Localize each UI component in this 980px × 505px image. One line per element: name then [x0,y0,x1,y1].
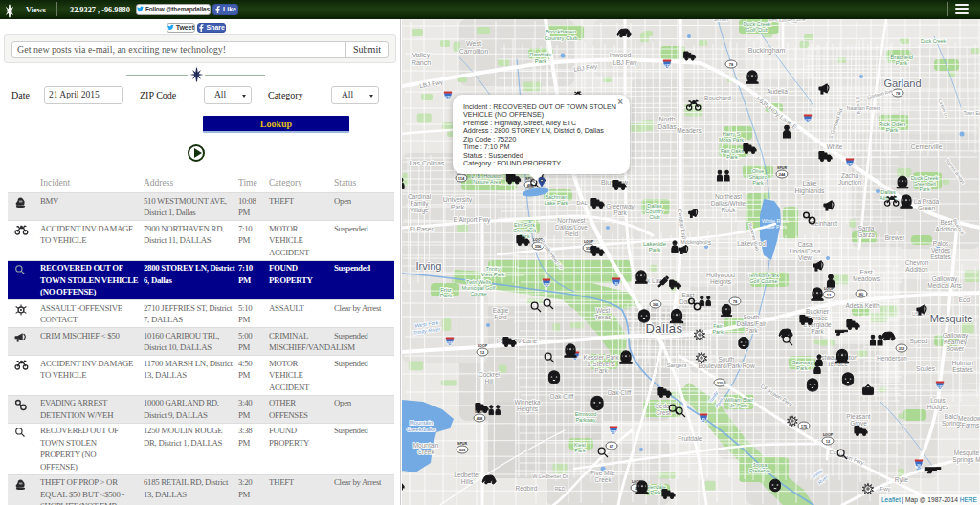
svg-text:Crest: Crest [656,409,671,416]
svg-text:Ranch: Ranch [412,59,431,66]
svg-text:Meadows: Meadows [853,275,880,282]
svg-text:Five Mile: Five Mile [590,470,615,476]
svg-text:Carrollton: Carrollton [459,48,488,55]
svg-text:Nature Area: Nature Area [473,179,501,185]
svg-text:View: View [798,254,812,261]
svg-text:Brookhaven: Brookhaven [546,29,576,34]
svg-text:30: 30 [614,282,618,286]
svg-text:White: White [827,143,843,150]
svg-text:Park: Park [535,58,547,64]
svg-text:Country Club: Country Club [544,35,578,41]
svg-text:35E: 35E [611,430,617,434]
svg-text:35E: 35E [447,341,454,345]
svg-text:Winnetka: Winnetka [514,399,540,406]
svg-text:Jr. Park: Jr. Park [730,403,748,408]
svg-text:Speed: Speed [910,338,928,345]
svg-text:South: South [744,314,760,320]
svg-text:Course: Course [470,291,487,296]
svg-text:Northwest: Northwest [557,217,585,224]
svg-text:Belt Line: Belt Line [787,19,806,22]
svg-text:Ledbetter: Ledbetter [454,472,480,478]
svg-text:Cockrel: Cockrel [479,371,501,378]
svg-text:Medical Arts: Medical Arts [927,282,962,289]
svg-text:Parkway: Parkway [575,417,595,423]
svg-text:Park: Park [919,187,930,192]
svg-text:Sargent: Sargent [666,362,686,368]
svg-text:Rylie: Rylie [895,476,909,484]
svg-text:Redbird: Redbird [516,485,538,492]
svg-text:LOOP: LOOP [478,344,488,348]
svg-text:Oak Cliff: Oak Cliff [550,393,574,400]
svg-text:Ford: Ford [494,314,507,320]
svg-text:Adesa Keith: Adesa Keith [845,302,879,309]
svg-text:366: 366 [653,302,659,307]
svg-text:Henderson: Henderson [877,355,907,362]
svg-text:Fruitdale: Fruitdale [678,435,702,442]
svg-text:Buckner: Buckner [806,308,830,315]
svg-text:345: 345 [544,283,549,287]
svg-text:Lake Park: Lake Park [764,224,788,230]
svg-text:Kessler Park: Kessler Park [584,354,620,361]
svg-text:Golf Course: Golf Course [749,278,777,284]
svg-text:Oak Cliff: Oak Cliff [608,389,632,396]
svg-text:635: 635 [805,119,811,122]
svg-text:Dallas/White: Dallas/White [711,200,746,207]
svg-text:352: 352 [899,346,905,351]
svg-text:LOOP: LOOP [584,240,594,244]
svg-text:LOOP: LOOP [823,433,834,437]
svg-text:Park: Park [745,327,758,334]
svg-text:Cardinal: Cardinal [408,193,432,200]
svg-text:Centerville: Centerville [910,143,942,150]
svg-text:Field: Field [565,231,578,237]
svg-text:Rock: Rock [722,207,737,213]
svg-text:Texas: Texas [595,314,612,320]
svg-text:Hills: Hills [461,478,474,485]
svg-text:Chevron: Chevron [905,259,929,266]
svg-text:& Stevens: & Stevens [587,361,615,367]
svg-text:12: 12 [826,439,831,444]
svg-text:University: University [443,196,473,204]
svg-text:Garland: Garland [883,77,921,89]
svg-text:Louis: Louis [930,397,946,404]
svg-text:Creek Lake: Creek Lake [407,427,436,432]
svg-text:Mountain: Mountain [413,442,439,449]
svg-text:Park: Park [594,367,608,374]
svg-text:Garza: Garza [858,231,875,238]
svg-text:Dallas: Dallas [657,123,677,130]
svg-text:Lake Park: Lake Park [545,200,568,206]
svg-text:Club: Club [649,214,659,220]
svg-text:244: 244 [779,172,786,177]
svg-text:View Park: View Park [481,272,505,277]
svg-text:SPUR: SPUR [457,442,467,446]
svg-text:Park: Park [649,247,661,252]
svg-text:Park: Park [886,127,899,133]
svg-text:East: East [681,292,694,298]
svg-text:Park: Park [451,204,465,210]
svg-text:78: 78 [896,91,901,96]
svg-text:Dallas/Fair: Dallas/Fair [736,320,767,327]
svg-text:Valley: Valley [412,52,431,59]
svg-text:Northeast: Northeast [715,193,742,200]
svg-text:Creek: Creek [417,449,434,455]
svg-text:Park: Park [811,328,824,335]
svg-text:I-30 LOV Lane: I-30 LOV Lane [497,338,538,344]
svg-text:E Airport Fwy: E Airport Fwy [454,216,491,224]
svg-text:SPUR: SPUR [777,166,787,170]
svg-text:Holman: Holman [952,360,974,366]
svg-text:Park: Park [650,490,661,495]
svg-text:Boulevard/Park Row: Boulevard/Park Row [698,362,755,369]
svg-text:Mockingbird: Mockingbird [681,239,707,245]
svg-text:Golf Club: Golf Club [746,27,768,33]
svg-text:W Ledbetter Dr: W Ledbetter Dr [532,473,568,479]
svg-text:635: 635 [937,385,943,389]
svg-text:67: 67 [610,444,614,449]
svg-text:Inwood: Inwood [610,52,632,58]
svg-text:Santa: Santa [858,225,875,231]
svg-text:Las Colinas: Las Colinas [410,160,445,166]
svg-text:El Paseo: El Paseo [410,226,434,232]
svg-text:LBJ Fwy: LBJ Fwy [613,59,638,67]
svg-text:Bouchard: Bouchard [704,95,731,101]
svg-text:Pleasant: Pleasant [846,413,870,420]
svg-text:Springs M: Springs M [952,456,980,464]
svg-text:West: West [596,307,611,314]
